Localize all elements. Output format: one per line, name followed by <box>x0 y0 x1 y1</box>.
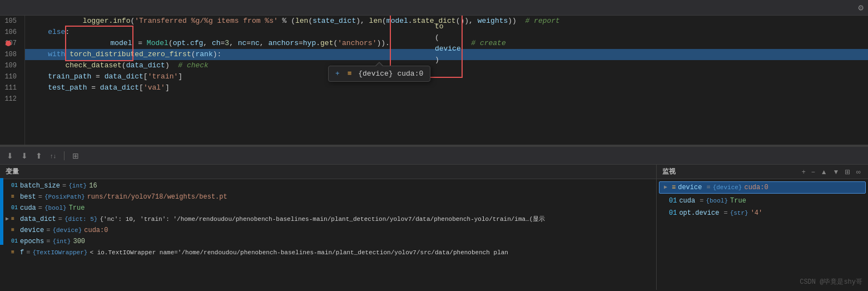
watch-remove-button[interactable]: − <box>810 167 817 176</box>
code-content[interactable]: logger.info ( 'Transferred %g/%g items f… <box>25 16 868 145</box>
type-icon-obj: ≡ <box>11 225 19 235</box>
step-over-button[interactable]: ⬇ <box>19 150 30 161</box>
expand-icon <box>3 192 11 202</box>
line-num-109: 109 <box>4 60 20 71</box>
tooltip-arrow-inner <box>375 63 383 67</box>
expand-icon <box>3 203 11 213</box>
var-batch-size[interactable]: 01 batch_size = {int} 16 <box>0 180 656 191</box>
watch-icon-int: 01 <box>669 196 677 206</box>
tooltip-arrow <box>375 62 384 66</box>
var-device[interactable]: ≡ device = {device} cuda:0 <box>0 225 656 236</box>
line-numbers: 105 106 107 108 109 110 111 112 <box>0 16 25 145</box>
outlined-model: model <box>65 26 133 61</box>
watch-item-opt-device[interactable]: 01 opt.device = {str} '4' <box>657 207 868 219</box>
line-num-106: 106 <box>4 27 20 38</box>
code-editor: ⚙ 105 106 107 108 109 110 111 112 logger… <box>0 0 868 145</box>
type-icon-int: 01 <box>11 181 19 191</box>
line-num-108: 108 <box>4 49 20 60</box>
watermark: CSDN @毕竟是shy哥 <box>800 277 862 287</box>
type-icon-int: 01 <box>11 203 19 213</box>
step-into-button[interactable]: ⬇ <box>4 150 16 161</box>
watch-frames-button[interactable]: ⊞ <box>843 167 852 176</box>
line-num-112: 112 <box>4 93 20 105</box>
type-icon-obj: ≡ <box>11 214 19 224</box>
expand-icon <box>3 225 11 235</box>
watch-down-button[interactable]: ▼ <box>831 167 841 176</box>
expand-icon: ▶ <box>664 183 672 193</box>
expand-icon: ▶ <box>3 214 11 224</box>
code-line-111[interactable]: test_path = data_dict [ 'val' ] <box>25 82 868 93</box>
editor-settings-bar: ⚙ <box>0 0 868 16</box>
watch-icon-obj: ≡ <box>672 183 676 193</box>
variables-list[interactable]: 01 batch_size = {int} 16 ≡ best = {Posix… <box>0 179 656 290</box>
watch-panel-title: 监视 <box>662 167 676 176</box>
variables-panel-title: 变量 <box>6 167 19 176</box>
tooltip-content: {device} cuda:0 <box>358 70 423 78</box>
var-cuda[interactable]: 01 cuda = {bool} True <box>0 203 656 214</box>
code-line-107[interactable]: model = Model ( opt.cfg , ch = 3 , nc = … <box>25 38 868 49</box>
watch-list[interactable]: ▶ ≡ device = {device} cuda:0 01 cuda = {… <box>657 179 868 290</box>
expand-icon <box>661 208 669 218</box>
run-to-cursor-button[interactable]: ↑↓ <box>48 151 58 160</box>
variables-panel-header: 变量 <box>0 165 656 179</box>
gear-icon[interactable]: ⚙ <box>858 2 864 13</box>
watch-infinity-button[interactable]: ∞ <box>854 167 862 176</box>
watch-toolbar: + − ▲ ▼ ⊞ ∞ <box>800 167 862 176</box>
step-out-button[interactable]: ⬆ <box>33 150 44 161</box>
watch-up-button[interactable]: ▲ <box>819 167 829 176</box>
var-f[interactable]: ≡ f = {TextIOWrapper} < io.TextIOWrapper… <box>0 247 656 258</box>
expand-icon <box>3 248 11 258</box>
debug-toolbar: ⬇ ⬇ ⬆ ↑↓ ⊞ <box>0 147 868 165</box>
toolbar-separator <box>64 151 65 160</box>
watch-add-button[interactable]: + <box>800 167 807 176</box>
code-area: 105 106 107 108 109 110 111 112 logger.i… <box>0 16 868 145</box>
tooltip-plus-icon: + <box>335 70 340 78</box>
device-tooltip: + ≡ {device} cuda:0 <box>328 66 430 82</box>
line-num-107: 107 <box>4 38 20 49</box>
bottom-panels: 变量 01 batch_size = {int} 16 ≡ best = {Po… <box>0 165 868 290</box>
line-num-111: 111 <box>4 82 20 93</box>
type-icon-int: 01 <box>11 236 19 246</box>
type-icon-obj: ≡ <box>11 248 19 258</box>
variables-panel: 变量 01 batch_size = {int} 16 ≡ best = {Po… <box>0 165 657 290</box>
code-line-112[interactable] <box>25 93 868 105</box>
var-epochs[interactable]: 01 epochs = {int} 300 <box>0 236 656 247</box>
line-num-110: 110 <box>4 71 20 82</box>
var-data-dict[interactable]: ▶ ≡ data_dict = {dict: 5} {'nc': 10, 'tr… <box>0 214 656 225</box>
breakpoint-indicator <box>6 41 11 46</box>
watch-panel: 监视 + − ▲ ▼ ⊞ ∞ ▶ ≡ device = {device} cud… <box>657 165 868 290</box>
watch-item-device[interactable]: ▶ ≡ device = {device} cuda:0 <box>659 181 866 194</box>
watch-panel-header: 监视 + − ▲ ▼ ⊞ ∞ <box>657 165 868 179</box>
watch-icon-int: 01 <box>669 208 677 218</box>
expand-icon <box>3 236 11 246</box>
expand-icon <box>661 196 669 206</box>
line-num-105: 105 <box>4 16 20 27</box>
tooltip-icon-list: ≡ <box>348 70 352 78</box>
show-frames-button[interactable]: ⊞ <box>70 150 81 161</box>
var-best[interactable]: ≡ best = {PosixPath} runs/train/yolov718… <box>0 191 656 203</box>
debug-active-indicator <box>0 178 3 245</box>
expand-icon <box>3 181 11 191</box>
type-icon-obj: ≡ <box>11 192 19 202</box>
watch-item-cuda[interactable]: 01 cuda = {bool} True <box>657 195 868 207</box>
